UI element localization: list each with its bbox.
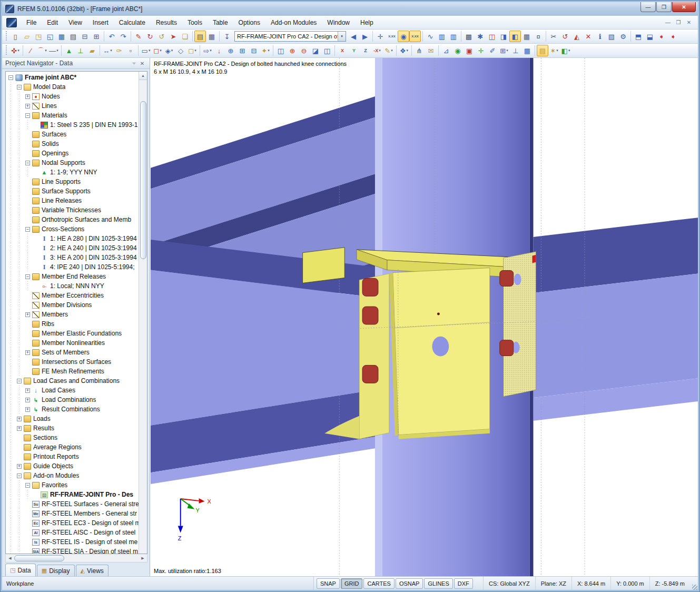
toolbar-edit-button-workplane-settings[interactable]: ✎▾ — [383, 45, 395, 56]
toolbar-main-button-mirror[interactable]: ◭ — [571, 31, 583, 42]
toolbar-edit-button-view-isometric[interactable]: ◪ — [310, 45, 321, 56]
mdi-restore-icon[interactable]: ❐ — [675, 19, 682, 25]
scroll-left-icon[interactable]: ◀ — [6, 556, 14, 560]
dropdown-arrow-icon[interactable]: ▾ — [160, 48, 162, 53]
statusbar-toggle-cartes[interactable]: CARTES — [363, 578, 394, 589]
vertical-scroll-thumb[interactable] — [140, 101, 146, 259]
toolbar-edit-button-zoom-out[interactable]: ⊖ — [298, 45, 310, 56]
toolbar-edit-button-results-supports[interactable]: ✛ — [475, 45, 487, 56]
toolbar-main-button-back[interactable]: ◀ — [348, 31, 359, 42]
toolbar-main-button-print[interactable]: ⊟ — [79, 31, 91, 42]
tree-item-1-local-nnn-nyy[interactable]: o–1: Local; NNN NYY — [7, 281, 139, 291]
dropdown-arrow-icon[interactable]: ▾ — [17, 48, 19, 53]
toolbar-edit-button-new-arc[interactable]: ⌒▾ — [36, 45, 48, 56]
dropdown-arrow-icon[interactable]: ▾ — [268, 48, 270, 53]
dropdown-arrow-icon[interactable]: ▾ — [56, 48, 58, 53]
expand-icon[interactable]: + — [25, 104, 30, 108]
tree-item-cross-sections[interactable]: −Cross-Sections — [7, 224, 139, 234]
toolbar-edit-button-results-surfaces[interactable]: ◉ — [452, 45, 464, 56]
tree-item-line-supports[interactable]: Line Supports — [7, 177, 139, 186]
horizontal-scroll-thumb[interactable] — [14, 555, 64, 561]
tree-item-member-eccentricities[interactable]: Member Eccentricities — [7, 291, 139, 300]
toolbar-edit-button-numbering[interactable]: ◻▾ — [186, 45, 198, 56]
tree-item-guide-objects[interactable]: +Guide Objects — [7, 461, 139, 471]
toolbar-edit-button-dimension[interactable]: ↔▾ — [102, 45, 113, 56]
toolbar-main-button-export-pdf-2[interactable]: ➧ — [667, 31, 679, 42]
tree-item-rf-steel-surfaces-general-stre[interactable]: SuRF-STEEL Surfaces - General stre — [7, 499, 139, 509]
toolbar-edit-button-view-minus-x[interactable]: -X▾ — [371, 45, 383, 56]
toolbar-edit-button-view-y[interactable]: Y — [348, 45, 360, 56]
tree-item-rf-steel-members-general-str[interactable]: MeRF-STEEL Members - General str — [7, 509, 139, 518]
panel-close-icon[interactable]: ✕ — [138, 61, 146, 66]
collapse-icon[interactable]: − — [25, 161, 30, 165]
toolbar-main-button-print-graphic-1[interactable]: ⬒ — [633, 31, 644, 42]
tree-item-model-data[interactable]: −Model Data — [7, 82, 139, 92]
tree-item-ribs[interactable]: Ribs — [7, 319, 139, 329]
tree-item-member-elastic-foundations[interactable]: Member Elastic Foundations — [7, 329, 139, 338]
dropdown-arrow-icon[interactable]: ▾ — [506, 48, 508, 53]
statusbar-toggle-grid[interactable]: GRID — [341, 578, 363, 589]
toolbar-main-button-open-project[interactable]: ◳ — [33, 31, 44, 42]
toolbar-main-button-fe-mesh[interactable]: ▩ — [463, 31, 475, 42]
tree-item-average-regions[interactable]: Average Regions — [7, 442, 139, 452]
menu-file[interactable]: File — [21, 17, 42, 28]
menu-help[interactable]: Help — [355, 17, 379, 28]
toolbar-main-button-show-values[interactable]: X.XX — [409, 31, 421, 42]
collapse-icon[interactable]: − — [17, 85, 22, 90]
scroll-up-icon[interactable]: ▲ — [139, 72, 147, 80]
tree-item-nodal-supports[interactable]: −Nodal Supports — [7, 158, 139, 167]
tree-item-line-releases[interactable]: Line Releases — [7, 196, 139, 205]
toolbar-main-button-edit-polyline[interactable]: ✎ — [133, 31, 144, 42]
toolbar-edit-button-view-perspective[interactable]: ◫ — [321, 45, 333, 56]
collapse-icon[interactable]: − — [8, 75, 13, 80]
toolbar-edit-button-new-member[interactable]: —▾ — [48, 45, 60, 56]
toolbar-main-button-display-mode-1[interactable]: ◫ — [486, 31, 498, 42]
toolbar-edit-button-results-solids[interactable]: ▣ — [464, 45, 475, 56]
menu-calculate[interactable]: Calculate — [114, 17, 151, 28]
toolbar-main-button-new-file[interactable]: ▯ — [9, 31, 21, 42]
tree-item-intersections-of-surfaces[interactable]: Intersections of Surfaces — [7, 357, 139, 367]
toolbar-edit-button-load-cases[interactable]: ⊞ — [236, 45, 248, 56]
menu-insert[interactable]: Insert — [87, 17, 114, 28]
tree-item-nodes[interactable]: +Nodes — [7, 92, 139, 101]
tree-item-results[interactable]: +Results — [7, 423, 139, 433]
tree-item-frame-joint-abc[interactable]: −Frame joint ABC* — [7, 73, 139, 82]
statusbar-toggle-dxf[interactable]: DXF — [454, 578, 473, 589]
collapse-icon[interactable]: − — [25, 227, 30, 232]
dropdown-arrow-icon[interactable]: ▾ — [391, 48, 393, 53]
menu-options[interactable]: Options — [233, 17, 265, 28]
expand-icon[interactable]: + — [17, 464, 22, 469]
toolbar-main-button-rotate-view[interactable]: ↻ — [144, 31, 156, 42]
tree-item-1-steel-s-235-din-en-1993-1[interactable]: 1: Steel S 235 | DIN EN 1993-1 — [7, 120, 139, 130]
tab-data[interactable]: ◳Data — [5, 564, 36, 576]
expand-icon[interactable]: + — [25, 407, 30, 412]
tree-item-load-combinations[interactable]: +↳Load Combinations — [7, 395, 139, 404]
tree-item-member-end-releases[interactable]: −Member End Releases — [7, 272, 139, 281]
toolbar-edit-button-new-load[interactable]: ↓ — [213, 45, 225, 56]
collapse-icon[interactable]: − — [25, 483, 30, 488]
toolbar-edit-button-dimension-xx[interactable]: ✑ — [113, 45, 125, 56]
module-selector-arrow-icon[interactable]: ▾ — [338, 32, 346, 41]
toolbar-main-button-printout-report[interactable]: ▤ — [67, 31, 79, 42]
tree-item-orthotropic-surfaces-and-memb[interactable]: Orthotropic Surfaces and Memb — [7, 215, 139, 224]
toolbar-main-button-pick-object[interactable]: ➤ — [167, 31, 179, 42]
toolbar-main-button-result-beams[interactable]: ∿ — [425, 31, 436, 42]
toolbar-main-button-table-manager[interactable]: ▦ — [206, 31, 218, 42]
toolbar-edit-button-new-line[interactable]: ∕ — [25, 45, 36, 56]
pin-icon[interactable]: ⊦ — [131, 59, 137, 67]
toolbar-main-button-show-results[interactable]: ◉ — [398, 31, 409, 42]
dropdown-arrow-icon[interactable]: ▾ — [379, 48, 381, 53]
toolbar-edit-button-view-z[interactable]: Z — [360, 45, 371, 56]
toolbar-drag-handle-2[interactable] — [5, 45, 8, 56]
tree-item-1-he-a-280-din-1025-3-1994[interactable]: I1: HE A 280 | DIN 1025-3:1994 — [7, 234, 139, 243]
toolbar-edit-button-window-layout[interactable]: ⊞▾ — [498, 45, 510, 56]
toolbar-main-button-redo[interactable]: ↷ — [117, 31, 129, 42]
expand-icon[interactable]: + — [25, 350, 30, 355]
tree-item-rf-steel-is-design-of-steel-me[interactable]: IsRF-STEEL IS - Design of steel me — [7, 537, 139, 547]
expand-icon[interactable]: + — [17, 417, 22, 421]
tree-item-sections[interactable]: Sections — [7, 433, 139, 442]
tree-item-3-he-a-200-din-1025-3-1994[interactable]: I3: HE A 200 | DIN 1025-3:1994 — [7, 253, 139, 262]
tab-views[interactable]: ◭Views — [76, 565, 109, 576]
module-selector[interactable]: RF-FRAME-JOINT Pro CA2 - Design of b ▾ — [234, 31, 346, 42]
toolbar-main-button-new-window[interactable]: ❏ — [179, 31, 191, 42]
